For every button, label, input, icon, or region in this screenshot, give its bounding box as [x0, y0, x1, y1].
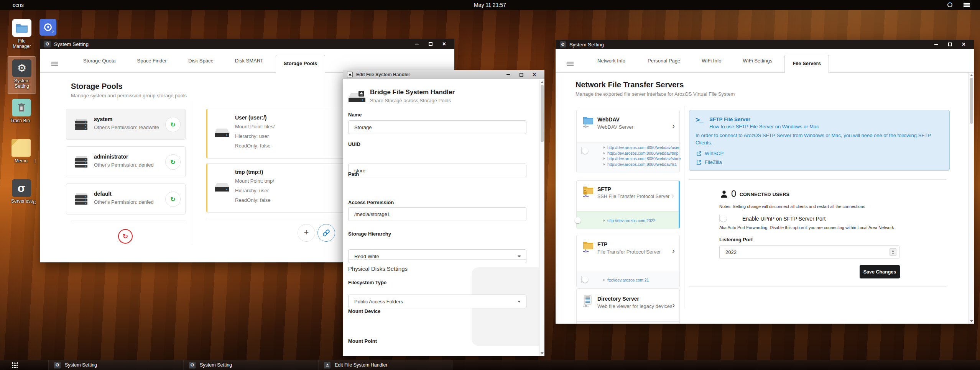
external-link-icon	[696, 160, 702, 165]
ftp-toggle[interactable]	[581, 276, 582, 283]
minimize-button[interactable]	[506, 74, 510, 75]
tab-disk-smart[interactable]: Disk SMART	[235, 58, 263, 72]
occluded-icon-label: C	[33, 200, 36, 205]
sftp-url-link[interactable]: sftp://dev.arozos.com:2022	[607, 218, 655, 223]
bridge-card-tmp[interactable]: tmp (tmp:/) Mount Point: tmp/ Hierarchy:…	[206, 163, 354, 213]
name-field[interactable]	[348, 120, 526, 134]
save-changes-button[interactable]: Save Changes	[860, 265, 900, 278]
close-button[interactable]: ×	[962, 43, 965, 46]
minimize-button[interactable]	[415, 44, 419, 44]
bullet-icon	[603, 163, 605, 165]
notes-text: Notes: Setting change will disconnect al…	[719, 204, 865, 209]
bullet-icon	[603, 157, 605, 160]
desktop-icon-trash-bin[interactable]: Trash Bin	[12, 99, 31, 123]
refresh-pool-button[interactable]: ↻	[165, 192, 181, 207]
tab-disk-space[interactable]: Disk Space	[188, 58, 214, 72]
window-titlebar[interactable]: ⚙ System Setting ×	[556, 40, 974, 49]
apps-grid-icon[interactable]	[12, 362, 18, 368]
ftp-url-link[interactable]: ftp://dev.arozos.com:21	[607, 278, 649, 282]
tab-file-servers[interactable]: File Servers	[784, 55, 829, 73]
sftp-card[interactable]: SFTP SSH File Transfer Protocol Server ›…	[576, 180, 680, 229]
storage-hierarchy-select[interactable]: Public Access Folders	[348, 295, 526, 308]
divider	[689, 179, 947, 180]
pool-card-default[interactable]: default Other's Permission: denied ↻	[66, 183, 186, 214]
winscp-link[interactable]: WinSCP	[696, 151, 723, 156]
refresh-pool-button[interactable]: ↻	[165, 117, 181, 132]
tab-wifi-settings[interactable]: WiFi Settings	[743, 58, 773, 72]
chevron-right-icon[interactable]: ›	[672, 122, 675, 129]
tab-storage-pools[interactable]: Storage Pools	[276, 55, 325, 73]
plus-icon: +	[304, 228, 309, 237]
webdav-toggle[interactable]	[581, 147, 582, 154]
window-titlebar[interactable]: ⚙ System Setting ×	[40, 39, 454, 49]
webdav-url-link[interactable]: http://dev.arozos.com:8080/webdav/store	[607, 156, 681, 161]
upnp-toggle[interactable]	[719, 214, 720, 222]
desktop-icon-file-manager[interactable]: File Manager	[12, 19, 31, 49]
scroll-down-icon[interactable]	[541, 352, 544, 354]
taskbar-item-edit-fsh[interactable]: Edit File System Handler	[318, 360, 453, 370]
reload-pools-button[interactable]: ↻	[118, 229, 133, 244]
folder-icon	[16, 23, 28, 33]
scroll-up-icon[interactable]	[541, 81, 544, 83]
webdav-url-link[interactable]: http://dev.arozos.com:8080/webdav/user	[607, 145, 679, 150]
menu-icon[interactable]	[964, 3, 970, 4]
webdav-url-link[interactable]: http://dev.arozos.com:8080/webdav/tmp	[607, 151, 678, 156]
maximize-button[interactable]	[948, 43, 952, 46]
refresh-icon: ↻	[170, 121, 175, 128]
server-icon	[75, 156, 88, 168]
terminal-icon: >_	[696, 116, 703, 124]
menu-bars-icon[interactable]	[51, 62, 58, 62]
maximize-button[interactable]	[429, 42, 432, 46]
chevron-right-icon[interactable]: ›	[671, 192, 674, 199]
close-button[interactable]: ×	[442, 42, 446, 46]
divider	[348, 259, 526, 260]
desktop-icon-music[interactable]: ♪	[39, 19, 56, 36]
bridge-disk-icon	[348, 91, 366, 103]
refresh-pool-button[interactable]: ↻	[165, 154, 181, 170]
tab-wifi-info[interactable]: WiFi Info	[702, 58, 721, 72]
chevron-right-icon[interactable]: ›	[672, 247, 675, 254]
window-titlebar[interactable]: Edit File System Handler ×	[343, 70, 544, 79]
taskbar-item-system-setting-2[interactable]: ⚙ System Setting	[183, 360, 318, 370]
desktop-icon-memo[interactable]: Memo	[12, 139, 31, 164]
scrollbar[interactable]	[968, 73, 974, 324]
uuid-field[interactable]	[348, 164, 526, 177]
tab-network-info[interactable]: Network Info	[597, 58, 625, 72]
webdav-card[interactable]: WebDAV WebDAV Server › http://dev.arozos…	[576, 110, 680, 173]
scroll-down-icon[interactable]	[970, 320, 973, 322]
maximize-button[interactable]	[520, 73, 523, 77]
desktop-icon-system-setting[interactable]: ⚙ System Setting	[8, 56, 36, 94]
scroll-up-icon[interactable]	[970, 74, 973, 76]
listening-port-input[interactable]	[719, 245, 899, 259]
tab-storage-quota[interactable]: Storage Quota	[83, 58, 116, 72]
access-permission-select[interactable]: Read Write	[348, 249, 526, 263]
webdav-url-link[interactable]: http://dev.arozos.com:8080/webdav/ls1	[607, 162, 677, 167]
filezilla-link[interactable]: FileZilla	[696, 159, 722, 165]
sftp-toggle-area: sftp://dev.arozos.com:2022	[577, 211, 679, 229]
minimize-button[interactable]	[934, 44, 938, 45]
close-button[interactable]: ×	[533, 73, 536, 77]
serverless-icon: σ	[12, 179, 31, 197]
pool-card-administrator[interactable]: administrator Other's Permission: denied…	[66, 146, 186, 177]
listening-port-wrap	[719, 245, 899, 259]
number-spinner[interactable]	[890, 248, 896, 256]
column-divider	[192, 101, 192, 244]
pool-card-system[interactable]: system Other's Permission: readwrite ↻	[66, 109, 186, 140]
bridge-card-user[interactable]: User (user:/) Mount Point: files/ Hierar…	[206, 109, 354, 159]
scrollbar[interactable]	[539, 80, 544, 356]
chevron-right-icon[interactable]: ›	[672, 301, 675, 309]
gear-icon: ⚙	[560, 41, 566, 47]
menu-bars-icon[interactable]	[567, 62, 574, 62]
trash-icon	[12, 99, 31, 116]
bridge-link-button[interactable]	[317, 224, 335, 242]
path-field[interactable]	[348, 207, 526, 221]
eject-icon	[347, 72, 353, 77]
ftp-card[interactable]: FTP File Transfer Protocol Server › ftp:…	[576, 235, 680, 288]
tab-space-finder[interactable]: Space Finder	[137, 58, 167, 72]
desktop-icon-serverless[interactable]: σ Serverless	[12, 179, 32, 204]
taskbar-item-system-setting-1[interactable]: ⚙ System Setting	[48, 360, 183, 370]
tab-personal-page[interactable]: Personal Page	[648, 58, 680, 72]
dialog-title: Bridge File System Handler	[370, 88, 455, 96]
add-handler-button[interactable]: +	[298, 224, 315, 242]
directory-server-card[interactable]: Directory Server Web file viewer for leg…	[576, 288, 680, 324]
